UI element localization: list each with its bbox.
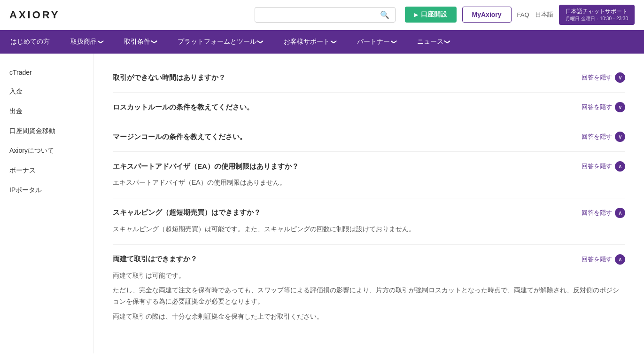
sidebar-item[interactable]: 出金 bbox=[0, 102, 93, 121]
faq-question: 両建て取引はできますか？ bbox=[113, 255, 572, 264]
faq-header: スキャルピング（超短期売買）はできますか？回答を隠す∧ bbox=[113, 208, 625, 218]
nav-item[interactable]: はじめての方 bbox=[0, 30, 60, 54]
faq-question: 取引ができない時間はありますか？ bbox=[113, 73, 572, 82]
faq-question: エキスパートアドバイザ（EA）の使用制限はありますか？ bbox=[113, 162, 572, 171]
nav-item[interactable]: 取引条件❯ bbox=[114, 30, 167, 54]
search-input[interactable] bbox=[261, 11, 380, 19]
chevron-down-icon: ∨ bbox=[615, 102, 625, 112]
faq-link[interactable]: FAQ bbox=[517, 11, 529, 18]
faq-toggle-label: 回答を隠す bbox=[582, 162, 612, 171]
main-layout: cTrader入金出金口座間資金移動AxioryについてボーナスIPポータル 取… bbox=[0, 54, 644, 353]
faq-item: エキスパートアドバイザ（EA）の使用制限はありますか？回答を隠す∧エキスパートア… bbox=[113, 152, 625, 198]
myaxiory-button[interactable]: MyAxiory bbox=[462, 7, 512, 23]
faq-item: 両建て取引はできますか？回答を隠す∧両建て取引は可能です。ただし、完全な両建て注… bbox=[113, 245, 625, 332]
sidebar-item[interactable]: cTrader bbox=[0, 63, 93, 82]
faq-header: エキスパートアドバイザ（EA）の使用制限はありますか？回答を隠す∧ bbox=[113, 161, 625, 172]
chevron-down-icon: ❯ bbox=[391, 39, 397, 44]
faq-toggle-label: 回答を隠す bbox=[582, 255, 612, 264]
chevron-down-icon: ❯ bbox=[98, 39, 104, 44]
chevron-down-icon: ❯ bbox=[151, 39, 158, 44]
faq-toggle-label: 回答を隠す bbox=[582, 73, 612, 82]
faq-toggle-button[interactable]: 回答を隠す∧ bbox=[582, 161, 625, 172]
sidebar-item[interactable]: 口座間資金移動 bbox=[0, 121, 93, 141]
nav-item[interactable]: お客様サポート❯ bbox=[273, 30, 347, 54]
chevron-up-icon: ∧ bbox=[615, 254, 625, 265]
chat-support-hours: 月曜日-金曜日：10:30－23:30 bbox=[566, 16, 628, 22]
faq-toggle-label: 回答を隠す bbox=[582, 209, 612, 217]
faq-answer-text: ただし、完全な両建て注文を保有時であっても、スワップ等による評価損の影響により、… bbox=[113, 285, 625, 307]
faq-toggle-button[interactable]: 回答を隠す∧ bbox=[582, 208, 625, 218]
faq-question: スキャルピング（超短期売買）はできますか？ bbox=[113, 208, 572, 217]
faq-header: 両建て取引はできますか？回答を隠す∧ bbox=[113, 254, 625, 265]
sidebar-item[interactable]: Axioryについて bbox=[0, 141, 93, 161]
sidebar-item[interactable]: ボーナス bbox=[0, 161, 93, 180]
chevron-down-icon: ❯ bbox=[444, 39, 451, 44]
header-actions: 口座開設 MyAxiory FAQ 日本語 日本語チャットサポート 月曜日-金曜… bbox=[405, 5, 635, 25]
search-bar[interactable]: 🔍 bbox=[255, 7, 396, 23]
faq-item: ロスカットルールの条件を教えてください。回答を隠す∨ bbox=[113, 93, 625, 122]
faq-answer-text: エキスパートアドバイザ（EA）の使用制限はありません。 bbox=[113, 177, 625, 188]
faq-toggle-button[interactable]: 回答を隠す∨ bbox=[582, 72, 625, 83]
chevron-down-icon: ∨ bbox=[615, 132, 625, 142]
faq-toggle-label: 回答を隠す bbox=[582, 103, 612, 111]
chevron-up-icon: ∧ bbox=[615, 208, 625, 218]
faq-answer-text: スキャルピング（超短期売買）は可能です。また、スキャルピングの回数に制限は設けて… bbox=[113, 224, 625, 235]
faq-answer-text: 両建て取引は可能です。 bbox=[113, 270, 625, 282]
nav-item[interactable]: パートナー❯ bbox=[347, 30, 407, 54]
language-selector[interactable]: 日本語 bbox=[535, 10, 553, 19]
faq-item: 取引ができない時間はありますか？回答を隠す∨ bbox=[113, 63, 625, 93]
faq-answer: エキスパートアドバイザ（EA）の使用制限はありません。 bbox=[113, 177, 625, 188]
sidebar-item[interactable]: 入金 bbox=[0, 82, 93, 102]
nav-item[interactable]: プラットフォームとツール❯ bbox=[167, 30, 273, 54]
chevron-up-icon: ∧ bbox=[615, 161, 625, 172]
faq-toggle-button[interactable]: 回答を隠す∧ bbox=[582, 254, 625, 265]
faq-toggle-label: 回答を隠す bbox=[582, 133, 612, 141]
nav-item[interactable]: ニュース❯ bbox=[407, 30, 460, 54]
sidebar: cTrader入金出金口座間資金移動AxioryについてボーナスIPポータル bbox=[0, 54, 94, 353]
main-nav: はじめての方取扱商品❯取引条件❯プラットフォームとツール❯お客様サポート❯パート… bbox=[0, 30, 644, 54]
faq-question: マージンコールの条件を教えてください。 bbox=[113, 133, 572, 141]
chevron-down-icon: ∨ bbox=[615, 72, 625, 83]
header-links: FAQ 日本語 bbox=[517, 10, 553, 19]
chat-support-label: 日本語チャットサポート bbox=[566, 8, 628, 16]
chat-support-button[interactable]: 日本語チャットサポート 月曜日-金曜日：10:30－23:30 bbox=[559, 5, 635, 25]
faq-toggle-button[interactable]: 回答を隠す∨ bbox=[582, 132, 625, 142]
header: AXIORY 🔍 口座開設 MyAxiory FAQ 日本語 日本語チャットサポ… bbox=[0, 0, 644, 30]
faq-content: 取引ができない時間はありますか？回答を隠す∨ロスカットルールの条件を教えてくださ… bbox=[94, 54, 644, 353]
faq-header: ロスカットルールの条件を教えてください。回答を隠す∨ bbox=[113, 102, 625, 112]
faq-answer: スキャルピング（超短期売買）は可能です。また、スキャルピングの回数に制限は設けて… bbox=[113, 224, 625, 235]
sidebar-item[interactable]: IPポータル bbox=[0, 180, 93, 200]
faq-question: ロスカットルールの条件を教えてください。 bbox=[113, 103, 572, 112]
faq-answer: 両建て取引は可能です。ただし、完全な両建て注文を保有時であっても、スワップ等によ… bbox=[113, 270, 625, 322]
faq-header: 取引ができない時間はありますか？回答を隠す∨ bbox=[113, 72, 625, 83]
faq-header: マージンコールの条件を教えてください。回答を隠す∨ bbox=[113, 132, 625, 142]
search-button[interactable]: 🔍 bbox=[380, 10, 389, 19]
faq-toggle-button[interactable]: 回答を隠す∨ bbox=[582, 102, 625, 112]
chevron-down-icon: ❯ bbox=[331, 39, 337, 44]
nav-item[interactable]: 取扱商品❯ bbox=[60, 30, 114, 54]
faq-item: スキャルピング（超短期売買）はできますか？回答を隠す∧スキャルピング（超短期売買… bbox=[113, 198, 625, 245]
logo: AXIORY bbox=[9, 9, 60, 21]
faq-answer-text: 両建て取引の際は、十分な余剰証拠金を保有した上でお取引ください。 bbox=[113, 311, 625, 322]
open-account-button[interactable]: 口座開設 bbox=[405, 7, 457, 23]
faq-item: マージンコールの条件を教えてください。回答を隠す∨ bbox=[113, 122, 625, 152]
chevron-down-icon: ❯ bbox=[257, 39, 264, 44]
